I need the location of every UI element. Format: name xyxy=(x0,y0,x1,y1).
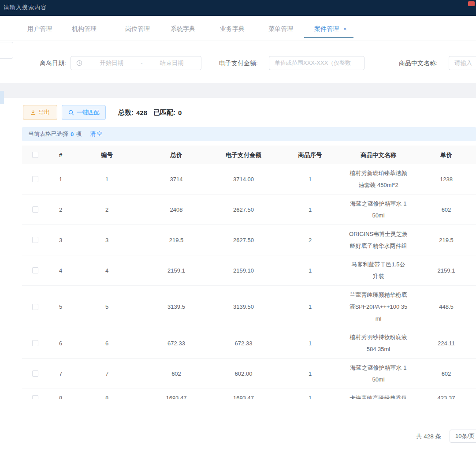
tab-case-mgmt-label: 案件管理 xyxy=(314,25,339,32)
table-row: 33219.52627.502ORIGINS韦博士灵芝焕能好底子精华水两件组21… xyxy=(22,225,476,255)
cell-total: 602 xyxy=(141,368,212,380)
collapsed-panel-corner xyxy=(0,42,13,59)
row-checkbox[interactable] xyxy=(32,237,38,243)
cell-total: 219.5 xyxy=(141,234,212,246)
date-filter-label: 离岛日期: xyxy=(40,60,66,67)
cell-price: 224.11 xyxy=(412,337,476,349)
date-range-input[interactable]: 开始日期 - 结束日期 xyxy=(71,56,201,70)
cell-code: 1 xyxy=(73,173,141,185)
row-checkbox[interactable] xyxy=(32,304,38,310)
cell-name: 兰蔻菁纯臻颜精华粉底液SPF20PA+++100 35 ml xyxy=(345,289,412,325)
notification-badge xyxy=(468,1,475,6)
table-header: #编号总价电子支付金额商品序号商品中文名称单价 xyxy=(22,146,476,164)
cell-code: 4 xyxy=(73,265,141,277)
selection-info-bar: 当前表格已选择 0 项 清空 xyxy=(22,127,476,141)
cell-name: 马爹利蓝带干邑1.5公升装 xyxy=(345,258,412,282)
cell-name: 植村秀新琥珀臻萃洁颜油套装 450ml*2 xyxy=(345,167,412,191)
match-stats: 总数: 428 已匹配: 0 xyxy=(118,105,182,120)
row-checkbox[interactable] xyxy=(32,340,38,346)
close-icon[interactable]: × xyxy=(343,26,347,32)
selection-suffix: 项 xyxy=(76,130,82,138)
select-all-checkbox[interactable] xyxy=(32,152,38,158)
cell-index: 3 xyxy=(48,234,73,246)
pagination-total: 共 428 条 xyxy=(416,430,441,443)
amount-filter-label: 电子支付金额: xyxy=(219,60,258,67)
tab-post-mgmt[interactable]: 岗位管理 xyxy=(125,25,150,33)
cell-seq: 1 xyxy=(275,204,345,216)
row-checkbox-cell xyxy=(22,340,48,346)
matched-value: 0 xyxy=(178,109,182,116)
cell-price: 2159.1 xyxy=(412,265,476,277)
cell-seq: 2 xyxy=(275,234,345,246)
row-checkbox-cell xyxy=(22,237,48,243)
clear-selection-link[interactable]: 清空 xyxy=(90,130,103,138)
column-header-index: # xyxy=(48,149,73,161)
tab-biz-dict[interactable]: 业务字典 xyxy=(220,25,245,33)
cell-seq: 1 xyxy=(275,301,345,313)
total-value: 428 xyxy=(136,109,147,116)
cell-price: 423.37 xyxy=(412,392,476,399)
table-row: 77602602.001海蓝之谜修护精萃水 150ml602 xyxy=(22,359,476,389)
product-filter-label: 商品中文名称: xyxy=(399,60,438,67)
tab-user-mgmt[interactable]: 用户管理 xyxy=(27,25,52,33)
tab-org-mgmt[interactable]: 机构管理 xyxy=(72,25,97,33)
cell-index: 1 xyxy=(48,173,73,185)
cell-total: 3139.5 xyxy=(141,301,212,313)
column-header-epay: 电子支付金额 xyxy=(212,149,275,161)
case-table: #编号总价电子支付金额商品序号商品中文名称单价 1137143714.001植村… xyxy=(22,146,476,399)
row-checkbox[interactable] xyxy=(32,395,38,400)
cell-seq: 1 xyxy=(275,392,345,399)
column-header-seq: 商品序号 xyxy=(275,149,345,161)
cell-total: 672.33 xyxy=(141,337,212,349)
cell-total: 1693.47 xyxy=(141,392,212,399)
cell-total: 3714 xyxy=(141,173,212,185)
column-header-code: 编号 xyxy=(73,149,141,161)
cell-code: 3 xyxy=(73,234,141,246)
date-start-placeholder[interactable]: 开始日期 xyxy=(82,59,141,67)
cell-code: 2 xyxy=(73,204,141,216)
section-divider-band xyxy=(0,83,476,98)
tab-sys-dict[interactable]: 系统字典 xyxy=(171,25,195,33)
date-end-placeholder[interactable]: 结束日期 xyxy=(143,59,201,67)
amount-input[interactable]: 单值或范围XXX-XXX（仅整数 xyxy=(269,56,364,70)
selection-count: 0 xyxy=(71,131,74,138)
cell-price: 448.5 xyxy=(412,301,476,313)
total-label: 总数: xyxy=(118,108,134,117)
cell-total: 2159.1 xyxy=(141,265,212,277)
page-size-value: 10条/页 xyxy=(455,432,475,440)
one-click-match-button[interactable]: 一键匹配 xyxy=(62,105,106,120)
export-button[interactable]: 导出 xyxy=(23,105,57,120)
cell-name: 卡诗菁纯亮泽经典香氛 xyxy=(345,392,412,399)
cell-seq: 1 xyxy=(275,368,345,380)
row-checkbox[interactable] xyxy=(32,176,38,182)
active-tab-underline xyxy=(304,37,353,38)
table-row: 442159.12159.101马爹利蓝带干邑1.5公升装2159.1 xyxy=(22,255,476,286)
product-name-input[interactable]: 请输入 xyxy=(449,56,476,70)
cell-epay: 1693.47 xyxy=(212,392,275,399)
cell-epay: 602.00 xyxy=(212,368,275,380)
cell-code: 8 xyxy=(73,392,141,399)
cell-epay: 2627.50 xyxy=(212,234,275,246)
page-size-select[interactable]: 10条/页 xyxy=(450,430,476,443)
tab-case-mgmt[interactable]: 案件管理× xyxy=(314,25,347,33)
row-checkbox-cell xyxy=(22,395,48,400)
cell-price: 1238 xyxy=(412,173,476,185)
cell-index: 8 xyxy=(48,392,73,399)
row-checkbox[interactable] xyxy=(32,267,38,273)
table-body: 1137143714.001植村秀新琥珀臻萃洁颜油套装 450ml*212382… xyxy=(22,164,476,399)
row-checkbox-cell xyxy=(22,370,48,377)
cell-name: 海蓝之谜修护精萃水 150ml xyxy=(345,198,412,221)
cell-price: 602 xyxy=(412,368,476,380)
column-header-price: 单价 xyxy=(412,149,476,161)
export-button-label: 导出 xyxy=(38,108,50,116)
cell-index: 6 xyxy=(48,337,73,349)
table-row: 1137143714.001植村秀新琥珀臻萃洁颜油套装 450ml*21238 xyxy=(22,164,476,194)
selection-prefix: 当前表格已选择 xyxy=(28,130,68,138)
table-row: 553139.53139.501兰蔻菁纯臻颜精华粉底液SPF20PA+++100… xyxy=(22,286,476,328)
row-checkbox[interactable] xyxy=(32,370,38,377)
row-checkbox[interactable] xyxy=(32,206,38,213)
global-search-input[interactable]: 请输入搜索内容 xyxy=(4,4,47,11)
cell-price: 219.5 xyxy=(412,234,476,246)
tab-menu-mgmt[interactable]: 菜单管理 xyxy=(268,25,293,33)
cell-epay: 2627.50 xyxy=(212,204,275,216)
